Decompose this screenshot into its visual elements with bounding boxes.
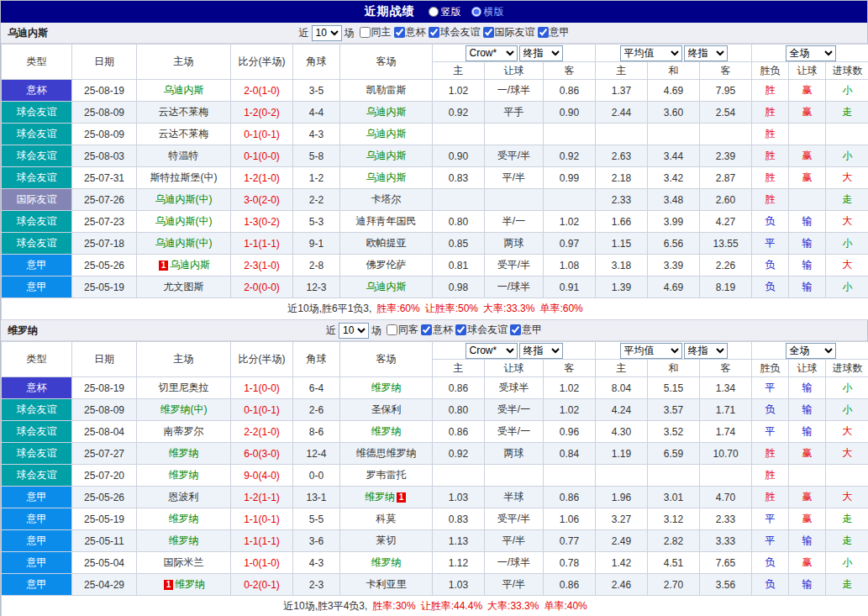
match-date: 25-08-09: [72, 124, 137, 145]
avg-select[interactable]: 平均值: [620, 343, 682, 359]
match-date: 25-05-26: [72, 255, 137, 276]
filter-checkbox[interactable]: [394, 27, 405, 38]
match-row: 意甲25-05-19尤文图斯2-0(0-0)12-3乌迪内斯0.98一/球半0.…: [2, 276, 868, 298]
filter-checkbox[interactable]: [387, 324, 397, 335]
avg-away: 2.87: [700, 167, 752, 189]
avg-home: 8.04: [596, 377, 648, 399]
filter-checkbox-option[interactable]: 意杯: [421, 323, 453, 337]
odds-home: 1.12: [433, 552, 485, 574]
result-cell: 胜: [752, 145, 789, 167]
odds-line: 一/球半: [485, 276, 544, 298]
avg-home: [596, 124, 648, 145]
layout-option[interactable]: 竖版: [429, 5, 461, 19]
avg-draw: 3.44: [648, 145, 700, 167]
col-corner: 角球: [293, 45, 340, 80]
corners: 3-6: [293, 530, 340, 552]
home-team: 南蒂罗尔: [137, 421, 231, 443]
odds-company-select[interactable]: Crow*: [466, 45, 518, 61]
team-name-text: 恩波利: [169, 491, 199, 503]
away-team: 维罗纳: [340, 421, 433, 443]
odds-time-select[interactable]: 终指: [519, 45, 563, 61]
odds-home: 0.86: [433, 377, 485, 399]
avg-draw: 3.57: [648, 399, 700, 421]
avg-select[interactable]: 平均值: [620, 45, 682, 61]
result-cell: 平: [752, 530, 789, 552]
filter-checkbox-option[interactable]: 同主: [360, 25, 392, 39]
odds-line: 一/球半: [485, 552, 544, 574]
team-name-text: 维罗纳: [169, 513, 199, 524]
filter-checkbox[interactable]: [360, 27, 371, 38]
match-row: 球会友谊25-07-27维罗纳6-0(3-0)12-4维德思维罗纳0.92两球0…: [2, 443, 868, 465]
result-cell: 胜: [752, 487, 789, 508]
filter-checkbox[interactable]: [483, 27, 494, 38]
unit-label: 场: [345, 26, 355, 40]
avg-draw: 4.69: [648, 80, 700, 102]
filter-checkbox[interactable]: [538, 27, 549, 38]
summary-row: 近10场,胜6平1负3,胜率:60%让胜率:50%大率:33.3%单率:60%: [2, 298, 868, 320]
home-team: 维罗纳: [137, 465, 231, 487]
red-card-badge: 1: [397, 492, 406, 503]
team-name: 乌迪内斯: [8, 26, 48, 40]
filter-checkbox-option[interactable]: 同客: [387, 323, 418, 337]
score: 2-0(1-0): [231, 80, 293, 102]
filter-checkbox-option[interactable]: 意甲: [538, 25, 570, 39]
odds-line: 平/半: [485, 530, 544, 552]
filter-checkbox[interactable]: [421, 324, 432, 335]
handicap-result-cell: 赢: [789, 80, 826, 102]
filter-checkbox[interactable]: [510, 324, 521, 335]
team-name-text: 云达不莱梅: [159, 106, 209, 118]
col-goals: 进球数: [826, 62, 868, 80]
away-team: 凯勒雷斯: [340, 80, 433, 102]
odds-line: 平手: [485, 102, 544, 124]
odds-away: [544, 465, 596, 487]
filter-checkbox[interactable]: [455, 324, 466, 335]
avg-draw: 3.39: [648, 255, 700, 276]
avg-away: 1.71: [700, 399, 752, 421]
match-row: 球会友谊25-08-09云达不莱梅0-1(0-1)4-3乌迪内斯胜: [2, 124, 868, 145]
avg-away: 1.34: [700, 377, 752, 399]
handicap-result-cell: [789, 465, 826, 487]
odds-home: 0.90: [433, 145, 485, 167]
score: 0-1(0-1): [231, 124, 293, 145]
col-away: 客场: [340, 45, 433, 80]
filter-checkbox-label: 意甲: [522, 323, 542, 337]
scope-select[interactable]: 全场: [786, 343, 836, 359]
match-row: 意甲25-04-291维罗纳0-2(0-1)2-3卡利亚里1.03平/半0.86…: [2, 574, 868, 596]
filter-checkbox-option[interactable]: 意杯: [394, 25, 426, 39]
match-count-select[interactable]: 10: [312, 25, 342, 41]
match-type: 意杯: [2, 80, 72, 102]
odds-home: 0.86: [433, 421, 485, 443]
home-team: 维罗纳(中): [137, 399, 231, 421]
avg-away: [700, 124, 752, 145]
layout-radio[interactable]: [429, 7, 439, 17]
filter-checkbox[interactable]: [429, 27, 439, 38]
avg-draw: 4.69: [648, 276, 700, 298]
odds-time-select[interactable]: 终指: [519, 343, 563, 359]
match-count-select[interactable]: 10: [339, 323, 369, 339]
match-date: 25-05-19: [72, 508, 137, 530]
odds-home: [433, 189, 485, 211]
home-team: 云达不莱梅: [137, 124, 231, 145]
filter-checkbox-option[interactable]: 球会友谊: [429, 25, 481, 39]
goals-result-cell: 大: [826, 255, 868, 276]
match-date: 25-07-31: [72, 167, 137, 189]
avg-time-select[interactable]: 终指: [684, 343, 728, 359]
filter-checkbox-label: 意杯: [406, 25, 426, 39]
odds-away: 0.96: [544, 421, 596, 443]
avg-home: 2.49: [596, 530, 648, 552]
filter-checkbox-option[interactable]: 球会友谊: [455, 323, 508, 337]
scope-select[interactable]: 全场: [786, 45, 836, 61]
odds-home: 1.03: [433, 574, 485, 596]
avg-home: 3.18: [596, 255, 648, 276]
avg-time-select[interactable]: 终指: [684, 45, 728, 61]
col-goals: 进球数: [826, 360, 868, 377]
layout-option[interactable]: 横版: [471, 5, 504, 19]
match-row: 球会友谊25-07-31斯特拉斯堡(中)1-2(1-0)1-2乌迪内斯0.83平…: [2, 167, 868, 189]
avg-away: 7.65: [700, 552, 752, 574]
col-score: 比分(半场): [231, 342, 293, 377]
avg-draw: [648, 465, 700, 487]
layout-radio[interactable]: [471, 7, 481, 17]
filter-checkbox-option[interactable]: 国际友谊: [483, 25, 535, 39]
odds-company-select[interactable]: Crow*: [466, 343, 518, 359]
filter-checkbox-option[interactable]: 意甲: [510, 323, 542, 337]
